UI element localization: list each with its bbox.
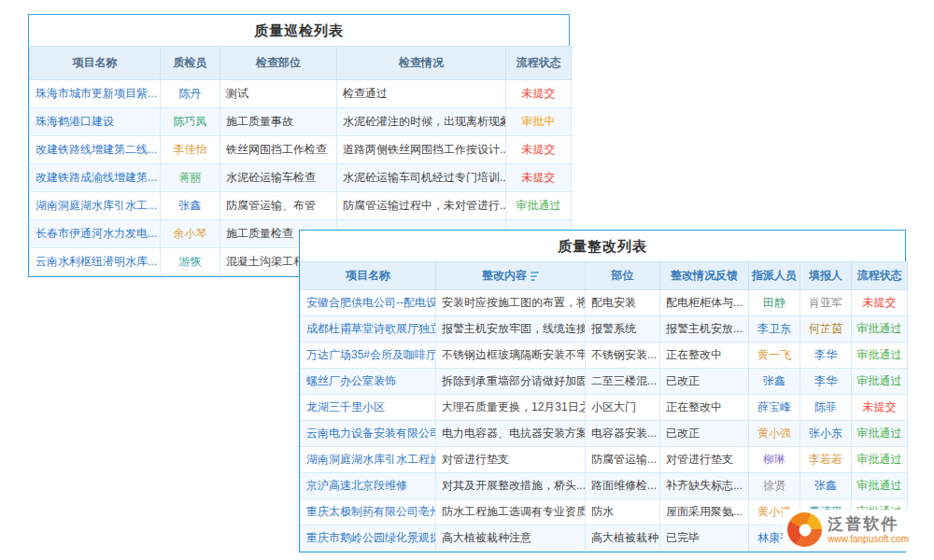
project-name-link[interactable]: 长春市伊通河水力发电... (30, 220, 161, 248)
status-text: 审批通过 (852, 316, 908, 343)
inspector-name[interactable]: 陈丹 (161, 80, 220, 108)
inspector-name[interactable]: 蒋丽 (161, 164, 220, 192)
check-situation-cell: 检查通过 (337, 80, 506, 108)
project-name-link[interactable]: 万达广场35#会所及咖啡厅空... (301, 343, 436, 369)
fanpu-logo-icon (787, 512, 822, 547)
assignee-name[interactable]: 黄小强 (749, 421, 800, 447)
feedback-cell: 报警主机安放... (660, 316, 749, 343)
rectify-content-cell: 高大植被栽种注意 (436, 525, 586, 552)
reporter-name[interactable]: 何芷茵 (800, 316, 852, 343)
project-name-link[interactable]: 螺丝厂办公室装饰 (301, 369, 436, 395)
feedback-cell: 正在整改中 (660, 395, 749, 421)
project-name-link[interactable]: 云南水利枢纽潜明水库... (30, 248, 161, 276)
status-text: 审批通过 (506, 192, 572, 220)
check-situation-cell: 水泥砼灌注的时候，出现离析现象 (337, 108, 506, 136)
reporter-name[interactable]: 李华 (800, 343, 852, 369)
part-cell: 报警系统 (586, 316, 660, 343)
inspector-name[interactable]: 李佳怡 (161, 136, 220, 164)
feedback-cell: 正在整改中 (660, 343, 749, 369)
status-text: 审批通过 (852, 369, 908, 395)
project-name-link[interactable]: 云南电力设备安装有限公司20... (301, 421, 436, 447)
project-name-link[interactable]: 重庆市鹅岭公园绿化景观提升... (301, 525, 436, 552)
sort-icon[interactable] (531, 272, 539, 281)
part-cell: 电容器安装... (586, 421, 660, 447)
assignee-name[interactable]: 徐贤 (749, 473, 800, 499)
check-situation-cell: 防腐管运输过程中，未对管进行... (337, 192, 506, 220)
rectify-table: 项目名称整改内容部位整改情况反馈指派人员填报人流程状态 安徽合肥供电公司--配电… (300, 261, 908, 552)
part-cell: 高大植被栽种 (586, 525, 660, 552)
project-name-link[interactable]: 湖南洞庭湖水库引水工程施工... (301, 447, 436, 473)
column-header-label: 项目名称 (346, 269, 390, 282)
column-header-label: 填报人 (809, 269, 842, 282)
reporter-name[interactable]: 李若若 (800, 447, 852, 473)
table-row: 成都杜甫草堂诗歌展厅独立展...报警主机安放牢固，线缆连接...报警系统报警主机… (301, 316, 908, 343)
check-part-cell: 水泥砼运输车检查 (220, 164, 337, 192)
inspector-name[interactable]: 游恢 (161, 248, 220, 276)
column-header-1[interactable]: 整改内容 (436, 262, 586, 290)
project-name-link[interactable]: 湖南洞庭湖水库引水工... (30, 192, 161, 220)
column-header-2: 部位 (586, 262, 660, 290)
check-part-cell: 测试 (220, 80, 337, 108)
table-row: 湖南洞庭湖水库引水工...张鑫防腐管运输、布管防腐管运输过程中，未对管进行...… (30, 192, 572, 220)
part-cell: 防腐管运输... (586, 447, 660, 473)
reporter-name[interactable]: 陈菲 (800, 395, 852, 421)
assignee-name[interactable]: 田静 (749, 290, 800, 316)
table-row: 万达广场35#会所及咖啡厅空...不锈钢边框玻璃隔断安装不牢...不锈钢安装..… (301, 343, 908, 369)
table-row: 改建铁路线增建第二线...李佳怡铁丝网围挡工作检查道路两侧铁丝网围挡工作按设计.… (30, 136, 572, 164)
assignee-name[interactable]: 李卫东 (749, 316, 800, 343)
status-text: 审批通过 (852, 473, 908, 499)
rectify-table-title: 质量整改列表 (300, 231, 905, 261)
rectify-header-row: 项目名称整改内容部位整改情况反馈指派人员填报人流程状态 (301, 262, 908, 290)
rectify-table-panel: 质量整改列表 项目名称整改内容部位整改情况反馈指派人员填报人流程状态 安徽合肥供… (299, 230, 906, 553)
fanpu-logo: 泛普软件 www.fanpusoft.com (783, 510, 913, 550)
table-row: 珠海市城市更新项目紫...陈丹测试检查通过未提交 (30, 80, 572, 108)
project-name-link[interactable]: 珠海市城市更新项目紫... (30, 80, 161, 108)
inspector-name[interactable]: 余小琴 (161, 220, 220, 248)
part-cell: 小区大门 (586, 395, 660, 421)
assignee-name[interactable]: 薛宝峰 (749, 395, 800, 421)
column-header-label: 流程状态 (857, 269, 902, 282)
fanpu-logo-text: 泛普软件 www.fanpusoft.com (828, 515, 909, 544)
column-header-0: 项目名称 (301, 262, 436, 290)
reporter-name[interactable]: 张小东 (800, 421, 852, 447)
project-name-link[interactable]: 龙湖三千里小区 (301, 395, 436, 421)
column-header-label: 指派人员 (752, 269, 797, 282)
column-header-1: 质检员 (161, 47, 220, 80)
inspector-name[interactable]: 陈巧凤 (161, 108, 220, 136)
table-row: 改建铁路成渝线增建第...蒋丽水泥砼运输车检查水泥砼运输车司机经过专门培训...… (30, 164, 572, 192)
table-row: 安徽合肥供电公司--配电设备...安装时应按施工图的布置，将...配电安装配电柜… (301, 290, 908, 316)
assignee-name[interactable]: 柳琳 (749, 447, 800, 473)
table-row: 龙湖三千里小区大理石质量更换，12月31日之...小区大门正在整改中薛宝峰陈菲未… (301, 395, 908, 421)
project-name-link[interactable]: 重庆太极制药有限公司亳州中... (301, 499, 436, 525)
reporter-name[interactable]: 张鑫 (800, 473, 852, 499)
column-header-label: 质检员 (174, 56, 207, 69)
column-header-4: 流程状态 (506, 47, 572, 80)
project-name-link[interactable]: 改建铁路成渝线增建第... (30, 164, 161, 192)
project-name-link[interactable]: 成都杜甫草堂诗歌展厅独立展... (301, 316, 436, 343)
column-header-label: 检查情况 (399, 56, 444, 69)
column-header-0: 项目名称 (30, 47, 161, 80)
check-part-cell: 防腐管运输、布管 (220, 192, 337, 220)
project-name-link[interactable]: 安徽合肥供电公司--配电设备... (301, 290, 436, 316)
rectify-content-cell: 不锈钢边框玻璃隔断安装不牢... (436, 343, 586, 369)
reporter-name[interactable]: 肖亚军 (800, 290, 852, 316)
project-name-link[interactable]: 珠海鹤港口建设 (30, 108, 161, 136)
status-text: 审批通过 (852, 421, 908, 447)
column-header-5: 填报人 (800, 262, 852, 290)
inspector-name[interactable]: 张鑫 (161, 192, 220, 220)
fanpu-brand-text: 泛普软件 (828, 515, 909, 534)
inspection-table-title: 质量巡检列表 (29, 15, 569, 46)
project-name-link[interactable]: 改建铁路线增建第二线... (30, 136, 161, 164)
assignee-name[interactable]: 黄一飞 (749, 343, 800, 369)
column-header-label: 部位 (612, 269, 634, 282)
reporter-name[interactable]: 李华 (800, 369, 852, 395)
project-name-link[interactable]: 京沪高速北京段维修 (301, 473, 436, 499)
column-header-label: 项目名称 (73, 56, 118, 69)
status-text: 未提交 (506, 164, 572, 192)
column-header-label: 检查部位 (256, 56, 301, 69)
status-text: 未提交 (506, 136, 572, 164)
assignee-name[interactable]: 张鑫 (749, 369, 800, 395)
rectify-content-cell: 电力电容器、电抗器安装方案,... (436, 421, 586, 447)
column-header-2: 检查部位 (220, 47, 337, 80)
rectify-content-cell: 报警主机安放牢固，线缆连接... (436, 316, 586, 343)
